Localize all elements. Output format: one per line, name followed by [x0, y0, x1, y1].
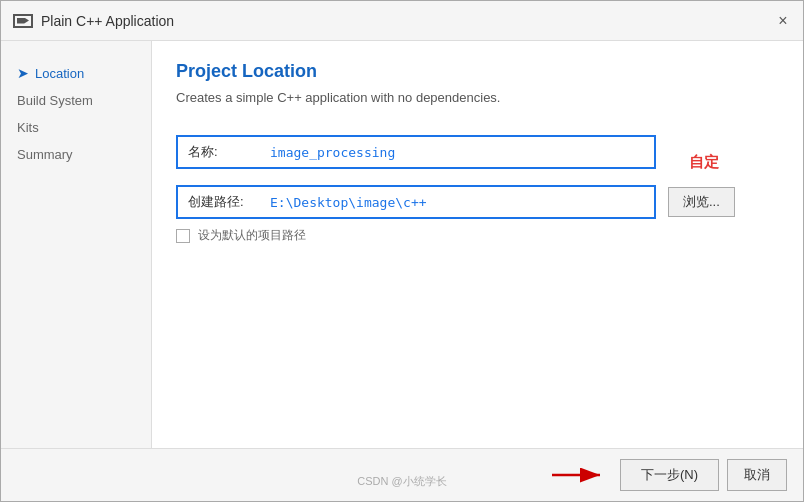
- form-area: 名称: 创建路径: 浏览... 自定: [176, 135, 779, 244]
- arrow-icon: ➤: [17, 65, 29, 81]
- path-input[interactable]: [270, 195, 644, 210]
- path-field-box: 创建路径:: [176, 185, 656, 219]
- next-button[interactable]: 下一步(N): [620, 459, 719, 491]
- sidebar-label-build-system: Build System: [17, 93, 93, 108]
- path-row: 创建路径: 浏览...: [176, 185, 779, 219]
- ziding-label: 自定: [689, 153, 719, 172]
- title-bar: Plain C++ Application ×: [1, 1, 803, 41]
- main-content: ➤ Location Build System Kits Summary Pro…: [1, 41, 803, 448]
- default-path-row: 设为默认的项目路径: [176, 227, 779, 244]
- name-field-row: 名称:: [176, 135, 656, 169]
- sidebar: ➤ Location Build System Kits Summary: [1, 41, 151, 448]
- default-path-checkbox[interactable]: [176, 229, 190, 243]
- right-panel: Project Location Creates a simple C++ ap…: [151, 41, 803, 448]
- default-path-label: 设为默认的项目路径: [198, 227, 306, 244]
- sidebar-item-location[interactable]: ➤ Location: [11, 61, 141, 85]
- arrow-hint: [548, 463, 608, 487]
- path-section: 创建路径: 浏览... 自定: [176, 185, 779, 219]
- name-input[interactable]: [270, 145, 644, 160]
- section-title: Project Location: [176, 61, 779, 82]
- sidebar-label-summary: Summary: [17, 147, 73, 162]
- sidebar-label-kits: Kits: [17, 120, 39, 135]
- dialog-window: Plain C++ Application × ➤ Location Build…: [0, 0, 804, 502]
- path-label: 创建路径:: [188, 193, 258, 211]
- section-description: Creates a simple C++ application with no…: [176, 90, 779, 105]
- dialog-title: Plain C++ Application: [41, 13, 174, 29]
- sidebar-item-summary[interactable]: Summary: [11, 143, 141, 166]
- name-label: 名称:: [188, 143, 258, 161]
- arrow-svg: [548, 463, 608, 487]
- app-icon: [13, 14, 33, 28]
- watermark: CSDN @小统学长: [357, 474, 446, 489]
- sidebar-item-build-system[interactable]: Build System: [11, 89, 141, 112]
- sidebar-item-kits[interactable]: Kits: [11, 116, 141, 139]
- sidebar-label-location: Location: [35, 66, 84, 81]
- close-button[interactable]: ×: [771, 9, 795, 33]
- browse-button[interactable]: 浏览...: [668, 187, 735, 217]
- cancel-button[interactable]: 取消: [727, 459, 787, 491]
